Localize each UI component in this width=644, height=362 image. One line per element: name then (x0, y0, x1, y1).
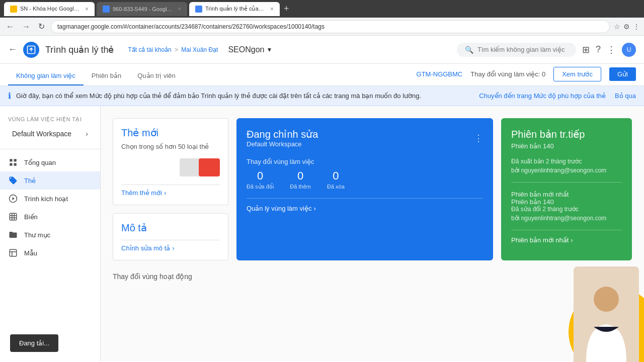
info-dismiss-link[interactable]: Bỏ qua (615, 92, 636, 100)
avatar-person-svg (581, 282, 631, 362)
workspace-dropdown-icon: ▼ (266, 46, 272, 53)
blue-card-stats: Thay đổi vùng làm việc 0 Đã sửa đổi 0 Đã… (247, 158, 483, 190)
back-button[interactable]: ← (4, 20, 16, 33)
folders-icon (8, 230, 18, 240)
submit-button[interactable]: Gửi (609, 67, 636, 81)
desc-edit-link-text: Chỉnh sửa mô tả (121, 244, 170, 252)
sidebar-item-templates-label: Mẫu (24, 249, 37, 257)
refresh-button[interactable]: ↻ (36, 20, 47, 33)
svg-rect-1 (10, 159, 12, 161)
more-icon[interactable]: ⋮ (607, 44, 616, 55)
breadcrumb-account[interactable]: Tất cả tài khoản (128, 46, 171, 53)
blue-card-num-val-0: 0 (247, 169, 274, 183)
green-card-published-ago: Đã xuất bản 2 tháng trước (511, 158, 622, 165)
blue-card-subtitle: Default Workspace (247, 140, 318, 148)
tab-3-label: Trình quản lý thẻ của Google (205, 6, 265, 12)
avatar-person-bg (574, 266, 639, 362)
sidebar-item-tags-label: Thẻ (24, 177, 36, 185)
search-input[interactable] (477, 46, 568, 53)
app-title: Trình quản lý thẻ (45, 44, 114, 55)
app-back-button[interactable]: ← (8, 44, 17, 55)
blue-card-num-val-2: 0 (327, 169, 345, 183)
blue-card-num-val-1: 0 (290, 169, 311, 183)
tab-1-label: SN - Khóa Học Google Ads Cơ B... (20, 6, 80, 12)
green-card-link[interactable]: Phiên bản mới nhất › (511, 230, 622, 244)
preview-button[interactable]: Xem trước (553, 67, 601, 81)
new-tab-button[interactable]: + (284, 4, 289, 14)
svg-rect-4 (14, 163, 17, 166)
search-icon: 🔍 (465, 46, 473, 54)
sidebar-item-tags[interactable]: Thẻ (0, 171, 100, 190)
green-card-latest-ago: Đã sửa đổi 2 tháng trước (511, 206, 622, 213)
left-column: Thẻ mới Chọn trong số hơn 50 loại thẻ Th… (113, 118, 228, 260)
svg-rect-6 (10, 213, 17, 220)
blue-card-num-0: 0 Đã sửa đổi (247, 169, 274, 190)
blue-card-link[interactable]: Quản lý vùng làm việc › (247, 198, 483, 212)
desc-edit-link[interactable]: Chỉnh sửa mô tả › (121, 240, 220, 252)
blue-card-stats-label: Thay đổi vùng làm việc (247, 158, 483, 165)
apps-icon[interactable]: ⊞ (582, 44, 590, 55)
sidebar-item-variables[interactable]: Biến (0, 208, 100, 226)
sidebar-workspace-name: Default Workspace (12, 130, 71, 138)
tag-icon-red (199, 158, 220, 176)
header-icons: ⊞ ? ⋮ U (582, 43, 636, 57)
workspace-selector[interactable]: SEONgon ▼ (228, 45, 272, 54)
browser-toolbar: ← → ↻ tagmanager.google.com/#/container/… (0, 18, 644, 36)
url-text: tagmanager.google.com/#/container/accoun… (57, 23, 325, 30)
cards-row: Thẻ mới Chọn trong số hơn 50 loại thẻ Th… (113, 118, 632, 260)
tab-admin[interactable]: Quản trị viên (129, 72, 184, 85)
blue-card: Đang chỉnh sửa Default Workspace ⋮ Thay … (236, 118, 493, 260)
blue-card-menu-icon[interactable]: ⋮ (474, 133, 483, 144)
help-icon[interactable]: ? (596, 44, 601, 55)
tab-workspace[interactable]: Không gian làm việc (8, 72, 84, 85)
svg-rect-2 (14, 159, 17, 161)
blue-card-num-2: 0 Đã xóa (327, 169, 345, 190)
tab-1-favicon (10, 6, 17, 13)
sidebar-item-folders[interactable]: Thư mục (0, 226, 100, 244)
green-card-latest-by: bởi nguyenlinhtrang@seongon.com (511, 215, 622, 222)
breadcrumb-user[interactable]: Mai Xuân Đạt (181, 46, 218, 53)
variables-icon (8, 212, 18, 222)
extensions-icon[interactable]: ⚙ (623, 23, 630, 31)
sidebar-item-templates[interactable]: Mẫu (0, 244, 100, 262)
sidebar-workspace-item[interactable]: Default Workspace › (8, 127, 92, 141)
search-box[interactable]: 🔍 (457, 43, 576, 57)
overview-icon (8, 157, 18, 167)
blue-card-header: Đang chỉnh sửa Default Workspace ⋮ (247, 128, 483, 148)
tab-1[interactable]: SN - Khóa Học Google Ads Cơ B... × (4, 2, 95, 16)
blue-card-title: Đang chỉnh sửa (247, 128, 318, 140)
sidebar-item-overview[interactable]: Tổng quan (0, 153, 100, 171)
bookmark-icon[interactable]: ☆ (614, 23, 620, 31)
tab-1-close[interactable]: × (85, 6, 89, 13)
sidebar: VÙNG LÀM VIỆC HIỆN TẠI Default Workspace… (0, 106, 101, 361)
sidebar-item-triggers-label: Trình kích hoạt (24, 195, 68, 203)
blue-card-num-label-2: Đã xóa (327, 184, 345, 190)
sidebar-item-triggers[interactable]: Trình kích hoạt (0, 190, 100, 208)
app-logo (23, 42, 39, 58)
sidebar-item-folders-label: Thư mục (24, 231, 50, 239)
green-card-divider (511, 182, 622, 183)
bottom-section: Thay đổi vùng hoạt động (113, 273, 632, 281)
tab-3[interactable]: Trình quản lý thẻ của Google × (189, 2, 280, 16)
tab-2-favicon (103, 6, 110, 13)
tab-versions[interactable]: Phiên bản (84, 72, 129, 85)
add-tag-link[interactable]: Thêm thẻ mới › (121, 185, 220, 197)
workspace-selector-name: SEONgon (228, 45, 264, 54)
svg-rect-3 (10, 163, 12, 166)
forward-button[interactable]: → (20, 20, 32, 33)
tab-3-close[interactable]: × (270, 6, 274, 13)
info-banner-link[interactable]: Chuyển đến trang Mức độ phù hợp của thẻ (479, 92, 606, 100)
desc-card: Mô tả Chỉnh sửa mô tả › (113, 213, 228, 260)
main-layout: VÙNG LÀM VIỆC HIỆN TẠI Default Workspace… (0, 106, 644, 361)
tab-2-close[interactable]: × (178, 6, 181, 13)
menu-icon[interactable]: ⋮ (633, 23, 640, 31)
tab-2[interactable]: 960-833-5449 - Google Ads × (97, 2, 187, 16)
svg-point-14 (594, 287, 619, 312)
toolbar-icons: ☆ ⚙ ⋮ (614, 23, 640, 31)
address-bar[interactable]: tagmanager.google.com/#/container/accoun… (51, 20, 610, 33)
loading-button[interactable]: Đang tải... (10, 334, 58, 352)
gtm-id[interactable]: GTM-NGGBMC (417, 70, 463, 78)
blue-card-nums: 0 Đã sửa đổi 0 Đã thêm 0 Đã xóa (247, 169, 483, 190)
sidebar-section-label: VÙNG LÀM VIỆC HIỆN TẠI (8, 116, 92, 123)
avatar[interactable]: U (622, 43, 636, 57)
